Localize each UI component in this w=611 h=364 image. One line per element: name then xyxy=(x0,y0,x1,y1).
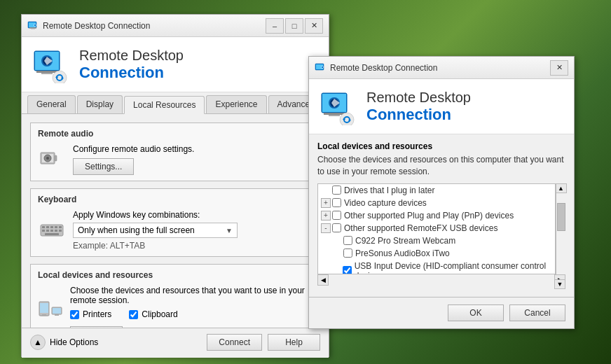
svg-rect-37 xyxy=(53,308,61,314)
main-content: Remote audio Configure remote audio sett… xyxy=(22,114,329,358)
hide-options-area[interactable]: ▲ Hide Options xyxy=(30,335,98,350)
remote-audio-desc: Configure remote audio settings. xyxy=(73,144,194,154)
popup-window-icon xyxy=(315,62,326,74)
plugplay-checkbox[interactable] xyxy=(332,211,341,220)
audiobox-checkbox[interactable] xyxy=(343,248,352,258)
video-label: Video capture devices xyxy=(344,198,427,208)
main-title-block: Remote Desktop Connection xyxy=(79,48,184,82)
remote-audio-section: Remote audio Configure remote audio sett… xyxy=(30,122,320,181)
hid-label: USB Input Device (HID-compliant consumer… xyxy=(355,261,552,274)
clipboard-checkbox[interactable] xyxy=(129,310,138,319)
webcam-checkbox[interactable] xyxy=(343,236,352,245)
tree-item-hid[interactable]: USB Input Device (HID-compliant consumer… xyxy=(318,260,555,274)
keyboard-content: Apply Windows key combinations: Only whe… xyxy=(38,210,313,251)
ok-button[interactable]: OK xyxy=(448,304,504,321)
popup-content-title: Local devices and resources xyxy=(317,141,565,151)
popup-window: Remote Desktop Connection ✕ xyxy=(308,56,575,329)
popup-content: Local devices and resources Choose the d… xyxy=(309,134,574,280)
tree-scrollbar[interactable]: ▲ ▼ xyxy=(556,183,565,274)
local-devices-desc: Choose the devices and resources that yo… xyxy=(70,286,313,305)
keyboard-example: Example: ALT+TAB xyxy=(73,241,238,251)
tree-item-drives[interactable]: Drives that I plug in later xyxy=(318,184,555,197)
webcam-label: C922 Pro Stream Webcam xyxy=(355,236,455,246)
main-window: Remote Desktop Connection – □ ✕ xyxy=(21,14,329,357)
main-title-controls: – □ ✕ xyxy=(266,18,323,34)
tab-general[interactable]: General xyxy=(27,95,76,113)
remote-audio-content: Configure remote audio settings. Setting… xyxy=(38,144,313,175)
scrollbar-down-btn[interactable]: ▼ xyxy=(554,279,565,289)
plugplay-label: Other supported Plug and Play (PnP) devi… xyxy=(344,211,514,220)
local-devices-label: Local devices and resources xyxy=(38,270,313,280)
tree-view: Drives that I plug in later + Video capt… xyxy=(317,183,556,274)
tree-item-remotefx[interactable]: - Other supported RemoteFX USB devices xyxy=(318,222,555,234)
tree-item-plugplay[interactable]: + Other supported Plug and Play (PnP) de… xyxy=(318,209,555,222)
printers-checkbox[interactable] xyxy=(70,310,79,319)
tab-local-resources[interactable]: Local Resources xyxy=(124,96,205,114)
hide-options-arrow-icon: ▲ xyxy=(30,335,46,350)
svg-rect-38 xyxy=(55,314,59,316)
main-logo xyxy=(33,46,71,83)
svg-rect-24 xyxy=(55,226,57,228)
tree-item-video[interactable]: + Video capture devices xyxy=(318,197,555,209)
minimize-button[interactable]: – xyxy=(266,18,284,34)
keyboard-label: Keyboard xyxy=(38,195,313,204)
remotefx-checkbox[interactable] xyxy=(332,223,341,232)
svg-rect-33 xyxy=(40,303,48,313)
tree-item-webcam[interactable]: C922 Pro Stream Webcam xyxy=(318,234,555,247)
audiobox-label: PreSonus AudioBox iTwo xyxy=(355,248,450,258)
devices-icon xyxy=(38,302,63,327)
audio-icon xyxy=(38,147,66,172)
svg-rect-29 xyxy=(55,230,57,232)
main-title-line2: Connection xyxy=(79,64,184,82)
svg-rect-30 xyxy=(59,230,62,232)
tab-experience[interactable]: Experience xyxy=(206,95,266,113)
tree-container: Drives that I plug in later + Video capt… xyxy=(317,183,565,274)
close-button[interactable]: ✕ xyxy=(305,18,323,34)
popup-close-button[interactable]: ✕ xyxy=(550,60,568,76)
svg-rect-27 xyxy=(46,230,49,232)
popup-button-row: OK Cancel xyxy=(309,297,574,328)
hscroll-left-btn[interactable]: ◀ xyxy=(317,274,329,286)
popup-logo xyxy=(320,88,358,125)
remotefx-label: Other supported RemoteFX USB devices xyxy=(344,223,497,233)
hid-checkbox[interactable] xyxy=(343,266,352,274)
help-button[interactable]: Help xyxy=(268,334,320,351)
popup-title-bar: Remote Desktop Connection ✕ xyxy=(309,57,574,79)
scrollbar-up-btn[interactable]: ▲ xyxy=(556,183,567,193)
video-expand-icon[interactable]: + xyxy=(321,198,331,208)
remotefx-expand-icon[interactable]: - xyxy=(321,223,331,233)
main-title-text: Remote Desktop Connection xyxy=(43,21,266,31)
svg-rect-2 xyxy=(29,27,36,29)
svg-rect-23 xyxy=(50,226,53,228)
svg-rect-34 xyxy=(42,314,46,316)
keyboard-desc: Apply Windows key combinations: xyxy=(73,210,238,220)
cancel-button[interactable]: Cancel xyxy=(509,304,565,321)
main-bottom-bar: ▲ Hide Options Connect Help xyxy=(22,328,329,356)
scrollbar-thumb[interactable] xyxy=(557,203,565,231)
hide-options-label: Hide Options xyxy=(50,337,98,347)
popup-description: Choose the devices and resources on this… xyxy=(317,154,565,178)
drives-checkbox[interactable] xyxy=(332,186,341,195)
popup-title-line1: Remote Desktop xyxy=(366,90,471,106)
settings-button[interactable]: Settings... xyxy=(73,158,134,175)
tab-display[interactable]: Display xyxy=(77,95,123,113)
tree-item-audiobox[interactable]: PreSonus AudioBox iTwo xyxy=(318,247,555,260)
hscroll-bar: ◀ ▶ xyxy=(317,274,565,286)
svg-rect-31 xyxy=(45,233,59,235)
svg-rect-9 xyxy=(41,73,53,74)
popup-title-text: Remote Desktop Connection xyxy=(330,63,550,73)
keyboard-dropdown[interactable]: Only when using the full screen ▼ xyxy=(73,223,238,238)
connect-button[interactable]: Connect xyxy=(207,334,262,351)
svg-point-49 xyxy=(340,113,354,125)
hid-expand-icon xyxy=(332,266,341,274)
keyboard-right: Apply Windows key combinations: Only whe… xyxy=(73,210,238,251)
svg-rect-21 xyxy=(42,226,45,228)
video-checkbox[interactable] xyxy=(332,198,341,207)
maximize-button[interactable]: □ xyxy=(285,18,303,34)
plugplay-expand-icon[interactable]: + xyxy=(321,211,331,220)
remote-audio-right: Configure remote audio settings. Setting… xyxy=(73,144,194,175)
clipboard-label: Clipboard xyxy=(142,309,177,319)
audiobox-expand-icon xyxy=(332,248,342,258)
main-title-bar: Remote Desktop Connection – □ ✕ xyxy=(22,15,329,37)
drives-label: Drives that I plug in later xyxy=(344,186,434,195)
